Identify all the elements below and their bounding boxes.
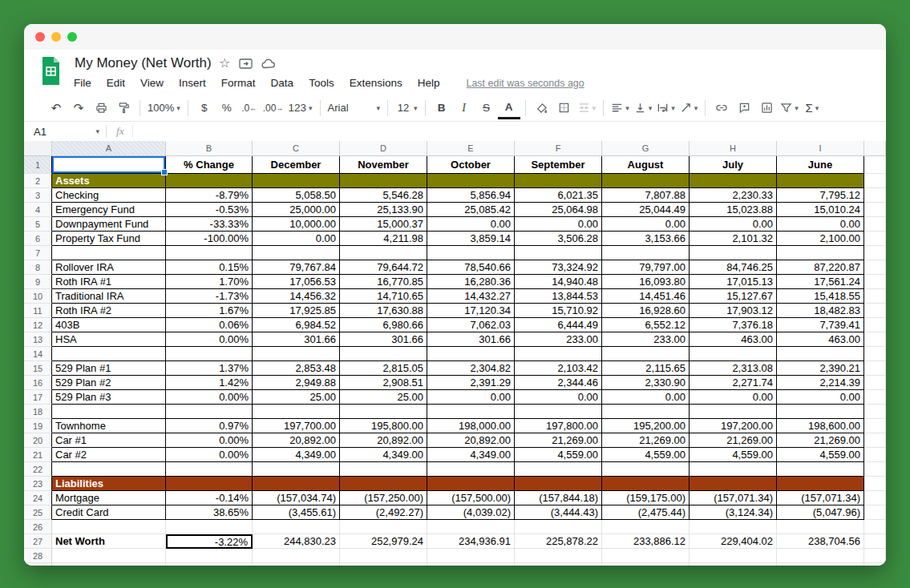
cell-C12[interactable]: 6,984.52 [253, 318, 340, 332]
cell-B26[interactable] [166, 520, 253, 534]
cell-C20[interactable]: 20,892.00 [253, 433, 340, 448]
row-header-21[interactable]: 21 [24, 448, 52, 462]
row-header-13[interactable]: 13 [24, 332, 52, 347]
cell-C8[interactable]: 79,767.84 [253, 260, 340, 275]
cell-A22[interactable] [52, 462, 166, 477]
cell-I5[interactable]: 0.00 [777, 217, 864, 232]
cell-E4[interactable]: 25,085.42 [427, 203, 515, 217]
cell-B15[interactable]: 1.37% [166, 361, 253, 376]
cell-E18[interactable] [427, 405, 515, 419]
cell-I15[interactable]: 2,390.21 [777, 361, 864, 376]
menu-edit[interactable]: Edit [107, 77, 125, 89]
cell-G15[interactable]: 2,115.65 [602, 361, 690, 376]
cell-A20[interactable]: Car #1 [52, 433, 166, 448]
cell-E23[interactable] [427, 477, 515, 491]
cell-A19[interactable]: Townhome [52, 419, 166, 433]
menu-tools[interactable]: Tools [309, 77, 334, 89]
cell-H1[interactable]: July [690, 156, 777, 174]
cell-C26[interactable] [253, 520, 340, 534]
cell-D26[interactable] [340, 520, 427, 534]
row-header-5[interactable]: 5 [24, 217, 52, 232]
cell-F8[interactable]: 73,324.92 [515, 260, 602, 275]
cell-G1[interactable]: August [602, 156, 690, 174]
cell-A1[interactable] [52, 156, 166, 174]
row-header-11[interactable]: 11 [24, 304, 52, 318]
cell-D7[interactable] [340, 246, 427, 260]
cell-D10[interactable]: 14,710.65 [340, 289, 427, 304]
menu-view[interactable]: View [140, 77, 164, 89]
cell-F14[interactable] [515, 347, 602, 361]
menu-format[interactable]: Format [221, 77, 256, 89]
cell-H12[interactable]: 7,376.18 [690, 318, 777, 332]
cell-F10[interactable]: 13,844.53 [515, 289, 602, 304]
insert-link-button[interactable] [710, 98, 733, 119]
row-header-1[interactable]: 1 [24, 156, 52, 174]
cell-C13[interactable]: 301.66 [253, 332, 340, 347]
cell-E17[interactable]: 0.00 [427, 390, 515, 405]
cell-C28[interactable] [253, 549, 340, 563]
insert-chart-button[interactable] [755, 98, 778, 119]
cell-I1[interactable]: June [777, 156, 864, 174]
cell-A14[interactable] [52, 347, 166, 361]
row-header-25[interactable]: 25 [24, 505, 52, 520]
cell-A15[interactable]: 529 Plan #1 [52, 361, 166, 376]
cell-B5[interactable]: -33.33% [166, 217, 253, 232]
cell-F3[interactable]: 6,021.35 [515, 188, 602, 203]
cell-C10[interactable]: 14,456.32 [253, 289, 340, 304]
cell-D15[interactable]: 2,815.05 [340, 361, 427, 376]
insert-comment-button[interactable] [733, 98, 755, 119]
cell-B21[interactable]: 0.00% [166, 448, 253, 462]
cell-G21[interactable]: 4,559.00 [602, 448, 690, 462]
cell-C4[interactable]: 25,000.00 [253, 203, 340, 217]
col-header-partial[interactable] [864, 141, 886, 156]
cell-partial-15[interactable] [864, 361, 886, 376]
cell-H16[interactable]: 2,271.74 [690, 376, 777, 390]
cell-F9[interactable]: 14,940.48 [515, 275, 602, 289]
cell-E2[interactable] [427, 174, 515, 188]
cell-H25[interactable]: (3,124.34) [690, 505, 777, 520]
cell-B9[interactable]: 1.70% [166, 275, 253, 289]
sheets-logo-icon[interactable] [40, 56, 62, 86]
cell-B24[interactable]: -0.14% [166, 491, 253, 505]
cell-A27[interactable]: Net Worth [52, 534, 166, 549]
cell-D28[interactable] [340, 549, 427, 563]
cell-H28[interactable] [690, 549, 777, 563]
cell-G16[interactable]: 2,330.90 [602, 376, 690, 390]
cell-H5[interactable]: 0.00 [690, 217, 777, 232]
cell-D19[interactable]: 195,800.00 [340, 419, 427, 433]
cell-E14[interactable] [427, 347, 515, 361]
cell-C21[interactable]: 4,349.00 [253, 448, 340, 462]
redo-button[interactable]: ↷ [67, 98, 90, 119]
cell-B29[interactable] [166, 563, 253, 566]
cell-B23[interactable] [166, 477, 253, 491]
menu-data[interactable]: Data [271, 77, 294, 89]
menu-file[interactable]: File [74, 77, 91, 89]
zoom-select[interactable]: 100%▾ [145, 98, 183, 119]
cell-partial-17[interactable] [864, 390, 886, 405]
row-header-18[interactable]: 18 [24, 405, 52, 419]
cell-D21[interactable]: 4,349.00 [340, 448, 427, 462]
cell-partial-21[interactable] [864, 448, 886, 462]
cell-I8[interactable]: 87,220.87 [777, 260, 864, 275]
row-header-8[interactable]: 8 [24, 260, 52, 275]
cell-E5[interactable]: 0.00 [427, 217, 515, 232]
cell-G9[interactable]: 16,093.80 [602, 275, 690, 289]
cell-E19[interactable]: 198,000.00 [427, 419, 515, 433]
cell-G10[interactable]: 14,451.46 [602, 289, 690, 304]
cell-partial-14[interactable] [864, 347, 886, 361]
cell-I27[interactable]: 238,704.56 [777, 534, 864, 549]
merge-cells-button[interactable]: ▾ [576, 98, 599, 119]
cell-G29[interactable] [602, 563, 690, 566]
cell-partial-11[interactable] [864, 304, 886, 318]
cell-D27[interactable]: 252,979.24 [340, 534, 427, 549]
cell-F25[interactable]: (3,444.43) [515, 505, 602, 520]
cell-E12[interactable]: 7,062.03 [427, 318, 515, 332]
close-button[interactable] [35, 32, 45, 42]
row-header-22[interactable]: 22 [24, 462, 52, 477]
cell-F17[interactable]: 0.00 [515, 390, 602, 405]
cell-A4[interactable]: Emergency Fund [52, 203, 166, 217]
row-header-23[interactable]: 23 [24, 477, 52, 491]
cell-A16[interactable]: 529 Plan #2 [52, 376, 166, 390]
cell-I21[interactable]: 4,559.00 [777, 448, 864, 462]
cell-G17[interactable]: 0.00 [602, 390, 690, 405]
